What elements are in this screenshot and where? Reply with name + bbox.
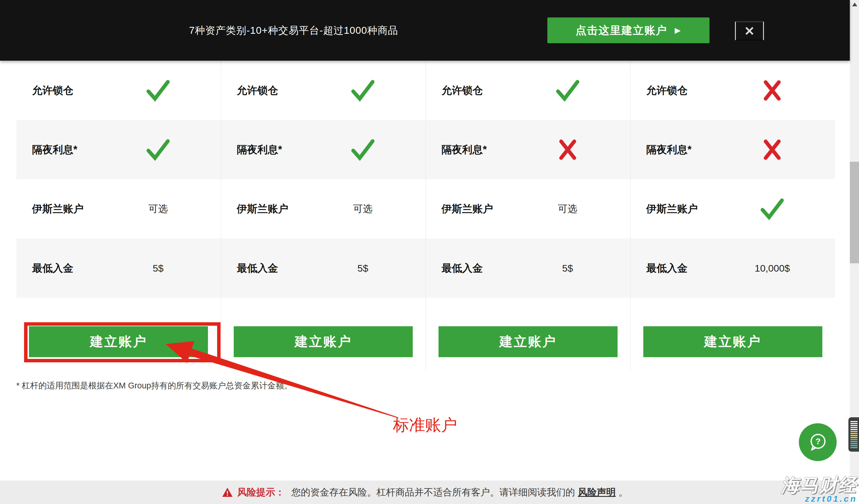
leverage-footnote: * 杠杆的适用范围是根据在XM Group持有的所有交易账户总资金累计金额。 [16,380,292,392]
watermark-site: zzrt01.cn [805,494,857,504]
feature-row: 伊斯兰账户 [630,179,835,238]
promo-title: 7种资产类别-10+种交易平台-超过1000种商品 [189,0,398,61]
feature-row: 伊斯兰账户可选 [16,179,221,238]
create-account-cta-button[interactable]: 点击这里建立账户 ▶ [547,17,709,43]
check-icon [760,198,784,220]
account-column: 允许锁仓隔夜利息*伊斯兰账户可选最低入金5$建立账户 [221,61,426,370]
feature-value [522,79,614,101]
cross-icon [559,139,576,160]
check-icon [351,139,375,161]
stripe [850,427,858,428]
feature-row: 伊斯兰账户可选 [221,179,426,238]
stripe [850,429,858,430]
feature-value [112,139,204,161]
help-button[interactable]: ? [799,423,837,461]
stripe [850,445,858,446]
feature-value [317,79,409,101]
cross-icon [763,139,781,160]
feature-value-text: 可选 [353,202,373,216]
create-account-button[interactable]: 建立账户 [29,326,208,357]
check-icon [146,139,170,161]
feature-label: 伊斯兰账户 [646,202,698,216]
feature-label: 最低入金 [646,261,688,275]
svg-text:?: ? [815,437,820,446]
account-column: 允许锁仓隔夜利息*伊斯兰账户最低入金10,000$建立账户 [630,61,835,370]
feature-value-text: 可选 [148,202,168,216]
play-arrow-icon: ▶ [675,27,681,34]
check-icon [351,79,375,101]
feature-row: 允许锁仓 [426,61,630,120]
scrollbar-thumb[interactable] [850,162,859,263]
feature-value-text: 5$ [153,263,164,273]
stripe [850,439,858,440]
check-icon [556,79,580,101]
cta-label: 点击这里建立账户 [576,23,667,38]
feature-row: 最低入金10,000$ [630,238,835,298]
risk-statement-link[interactable]: 风险声明 [578,486,616,499]
risk-warning-label: 风险提示： [238,486,285,499]
scroll-up-icon[interactable] [852,3,857,6]
stripe [850,443,858,444]
feature-value [522,139,614,160]
feature-value: 5$ [522,263,614,273]
close-button[interactable]: ✕ [735,21,764,41]
feature-value-text: 10,000$ [755,263,790,273]
stripe [850,437,858,438]
feature-row: 隔夜利息* [221,120,426,179]
feature-label: 允许锁仓 [442,83,483,97]
warning-triangle-icon: ! [222,487,233,497]
account-column: 允许锁仓隔夜利息*伊斯兰账户可选最低入金5$建立账户 [16,61,221,370]
feature-value [112,79,204,101]
feature-label: 伊斯兰账户 [32,202,84,216]
help-bubble-icon: ? [807,431,829,453]
feature-label: 最低入金 [237,261,278,275]
feature-row: 允许锁仓 [16,61,221,120]
feature-value: 可选 [522,202,614,216]
stripe [850,433,858,434]
cross-icon [763,80,781,101]
feature-label: 允许锁仓 [32,83,73,97]
create-account-button[interactable]: 建立账户 [234,326,413,357]
feature-row: 最低入金5$ [221,238,426,298]
feature-value: 5$ [112,263,204,273]
feature-value [726,139,818,160]
comparison-table: 允许锁仓隔夜利息*伊斯兰账户可选最低入金5$建立账户允许锁仓隔夜利息*伊斯兰账户… [16,61,835,370]
stripe [850,441,858,442]
feature-label: 隔夜利息* [442,143,487,157]
feature-value-text: 5$ [358,263,368,273]
risk-warning-text: 您的资金存在风险。杠杆商品并不适合所有客户。请详细阅读我们的 [291,486,575,499]
risk-footer: ! 风险提示： 您的资金存在风险。杠杆商品并不适合所有客户。请详细阅读我们的风险… [0,481,850,504]
feature-row: 最低入金5$ [426,238,630,298]
scrollbar-track[interactable] [850,0,859,481]
feature-row: 隔夜利息* [426,120,630,179]
stripe [850,423,858,424]
stripes-widget[interactable] [848,417,859,452]
feature-label: 伊斯兰账户 [237,202,288,216]
risk-warning-suffix: 。 [619,486,628,499]
feature-row: 伊斯兰账户可选 [426,179,630,238]
feature-label: 允许锁仓 [237,83,278,97]
stripe [850,421,858,422]
button-row: 建立账户 [221,326,426,357]
promo-topbar: 7种资产类别-10+种交易平台-超过1000种商品 点击这里建立账户 ▶ ✕ [0,0,850,61]
create-account-button[interactable]: 建立账户 [643,326,822,357]
feature-row: 允许锁仓 [630,61,835,120]
feature-label: 隔夜利息* [237,143,282,157]
button-row: 建立账户 [426,326,630,357]
feature-label: 最低入金 [32,261,73,275]
feature-value: 可选 [317,202,409,216]
feature-value-text: 5$ [562,263,573,273]
close-icon: ✕ [744,24,755,38]
feature-label: 隔夜利息* [646,143,691,157]
feature-value: 5$ [317,263,409,273]
feature-value [726,80,818,101]
create-account-button[interactable]: 建立账户 [438,326,618,357]
feature-value [726,198,818,220]
feature-value: 10,000$ [726,263,818,273]
stripe [850,435,858,436]
annotation-label: 标准账户 [393,414,457,436]
button-row: 建立账户 [630,326,835,357]
feature-row: 允许锁仓 [221,61,426,120]
feature-label: 伊斯兰账户 [442,202,493,216]
feature-value: 可选 [112,202,204,216]
